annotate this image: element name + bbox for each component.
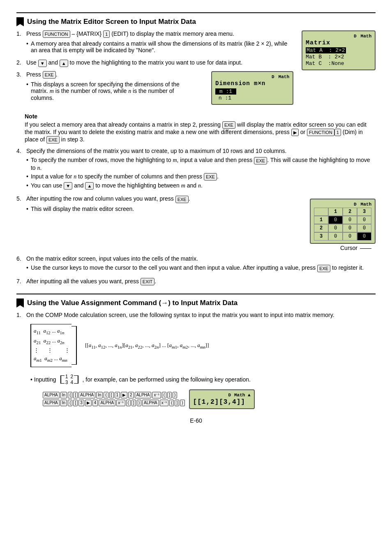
screen1-title: Matrix [306,39,330,46]
step7-key-exit: EXIT [141,278,154,285]
note-title: Note [25,113,376,120]
section2-step-1: On the COMP Mode calculation screen, use… [16,312,376,409]
step-4: Specify the dimensions of the matrix you… [16,148,376,191]
cell-header-2: 2 [343,208,357,216]
step-1: Press FUNCTION – {MATRIX} 1 (EDIT) to di… [16,30,293,55]
kr2-alpha2: ALPHA [99,400,115,406]
bookmark-icon [16,17,24,26]
cell-3-2: 0 [343,232,357,241]
kr2-right: ▶ [85,400,92,406]
screen1-icon: D [354,34,357,39]
note-key-1: 1 [334,129,341,136]
step2-key-up: ▲ [60,60,68,67]
example-text: , for example, can be performed using th… [83,376,251,383]
step1-press: Press [26,30,43,37]
section2-title: Using the Value Assignment Command (→) t… [16,294,376,308]
kr2-open3: ( [169,400,174,406]
cursor-label: Cursor [340,245,357,251]
kr1-xinv: x⁻¹ [152,392,161,398]
step4-key-up: ▲ [85,182,94,190]
kr2-in1: In [60,400,67,406]
screen1-row2: Mat B : 2×2 [306,54,344,60]
step4-bullet3: You can use ▼ and ▲ to move the highligh… [26,182,376,190]
section2-steps: On the COMP Mode calculation screen, use… [16,312,376,409]
kr1-in2: In [96,392,103,398]
matrix-bracket-display: a11 a12 ... a1n a21 a22 ... a2n ⋮ ⋮ ⋮ am… [30,324,77,367]
step6-bullet1: Use the cursor keys to move the cursor t… [26,264,376,272]
page-number: E-60 [190,417,202,424]
cell-3-1: 0 [328,232,343,241]
kr2-close2: ) [180,400,184,406]
screen2-title: Dimension m×n [215,80,265,87]
kr2-xinv2: x⁻¹ [160,400,168,406]
kr1-1: 1 [115,392,120,398]
step1-key-function: FUNCTION [43,30,70,38]
cell-header-col0 [314,208,328,216]
kr1-close: ) [173,392,177,398]
cell-row2-label: 2 [314,224,328,232]
kr1-alpha3: ALPHA [135,392,152,398]
step6-exe: EXE [317,265,330,272]
cell-1-2: 0 [343,216,357,224]
kr1-open2: ( [104,392,108,398]
kr2-4: 4 [92,400,98,406]
sm-2-2: 4 [71,379,74,385]
step-7: After inputting all the values you want,… [16,278,376,285]
result-mode: Math ▲ [234,393,251,398]
sm-2-1: 3 [65,379,68,385]
screen1-row1: Mat A : 2×2 [306,47,346,53]
note-text: If you select a memory area that already… [25,121,376,144]
step1-after: (EDIT) to display the matrix memory area… [111,30,234,37]
cell-row3-label: 3 [314,232,328,241]
key-row2: ALPHA In ( [ 3 ▶ 4 ALPHA x⁻¹ ( ] ) [43,400,185,406]
cell-row1-label: 1 [314,216,328,224]
step4-bullet2: Input a value for n to specify the numbe… [26,173,376,180]
kr1-2: 2 [128,392,134,398]
screen1-mode: Math [361,34,371,39]
kr1-rbracket: ] [167,392,172,398]
step1-bullet1: A memory area that already contains a ma… [26,40,293,53]
cell-1-1: 0 [328,216,343,224]
kr1-alpha2: ALPHA [78,392,95,398]
screen2-icon: D [272,74,274,79]
steps-4-7: Specify the dimensions of the matrix you… [16,148,376,285]
section1: Using the Matrix Editor Screen to Input … [16,12,376,285]
sm-1-2: 2 [71,374,74,379]
cell-1-3: 0 [357,216,371,224]
kr1-open1: ( [68,392,72,398]
note-key-exe: EXE [222,121,235,129]
inputting-label: • Inputting [30,376,56,383]
kr1-lbracket1: [ [73,392,78,398]
kr2-open1: ( [68,400,72,406]
step1-mid: – {MATRIX} [71,30,103,37]
kr2-rbracket2: ] [175,400,179,406]
cursor-arrow: —— [360,245,371,251]
kr2-3: 3 [78,400,84,406]
key-row1: ALPHA In ( [ ALPHA In ( [ 1 ▶ 2 ALPHA [43,392,185,398]
cell-header-1: 1 [328,208,343,216]
result-icon: D [228,393,231,398]
step-5: After inputting the row and column value… [16,195,376,251]
kr1-right: ▶ [121,392,127,398]
kr2-open2: ( [126,400,131,406]
step4-key-down: ▼ [64,182,72,190]
matrix-menu-screen: D Math Matrix Mat A : 2×2 Mat B : 2×2 Ma… [302,30,376,70]
key-operation-container: ALPHA In ( [ ALPHA In ( [ 1 ▶ 2 ALPHA [43,389,376,409]
cell-2-1: 0 [328,224,343,232]
step4-exe1: EXE [254,157,267,164]
note-key-right: ▶ [291,129,299,136]
small-matrix: 1 2 3 4 [60,373,78,386]
cell-3-3: 0 [357,232,371,241]
step2-key-down: ▼ [38,60,47,67]
step3-key-exe: EXE [43,71,56,79]
cell-header-3: 3 [357,208,371,216]
kr2-rbracket1: ] [131,400,136,406]
screen2-n-row: n :1 [215,95,231,101]
matrix-row3: ⋮ ⋮ ⋮ [34,346,70,354]
cell-2-2: 0 [343,224,357,232]
kr1-lbracket2: [ [109,392,114,398]
editor-grid: 1 2 3 1 0 0 0 2 0 0 [314,208,371,241]
cell-2-3: 0 [357,224,371,232]
step-6: On the matrix editor screen, input value… [16,255,376,273]
step-3: Press EXE. This displays a screen for sp… [16,71,293,105]
